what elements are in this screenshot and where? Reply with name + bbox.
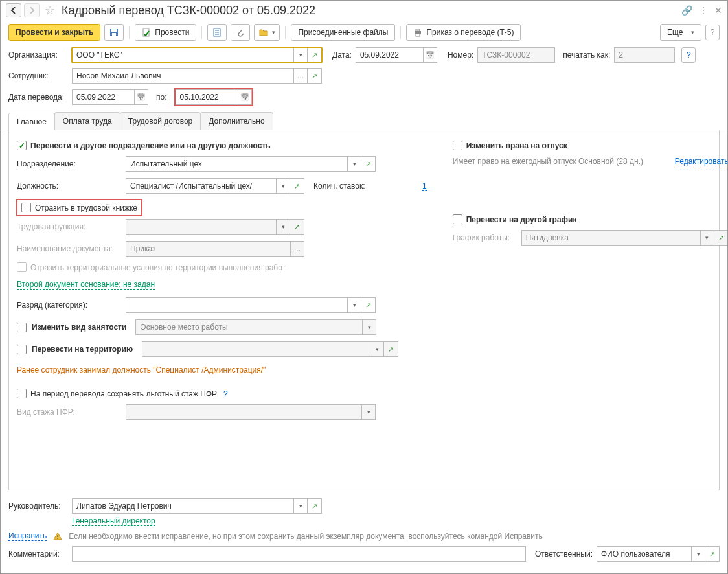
tab-extra[interactable]: Дополнительно: [200, 112, 273, 130]
transfer-checkbox[interactable]: [17, 141, 27, 150]
date-input[interactable]: 05.09.2022: [356, 47, 423, 63]
org-open-button[interactable]: [308, 47, 322, 63]
page-title: Кадровый перевод ТСЗК-000002 от 05.09.20…: [62, 4, 679, 17]
territory-checkbox: [17, 262, 27, 272]
transfer-date-cal-button[interactable]: [134, 89, 148, 105]
employee-open-button[interactable]: [308, 68, 322, 84]
territory-open: [384, 341, 398, 357]
attached-files-button[interactable]: Присоединенные файлы: [291, 24, 395, 41]
territory-input: [142, 341, 370, 357]
org-input[interactable]: ООО "ТЕКС": [72, 47, 293, 63]
rate-link[interactable]: 1: [422, 181, 427, 191]
svg-rect-10: [416, 34, 420, 36]
nav-back-button[interactable]: [6, 3, 21, 17]
change-schedule-checkbox[interactable]: [453, 214, 462, 224]
position-dropdown-button[interactable]: [276, 178, 290, 194]
save-button[interactable]: [104, 24, 124, 41]
print-as-help[interactable]: ?: [681, 47, 696, 63]
star-icon[interactable]: ☆: [45, 3, 55, 17]
employee-input[interactable]: Носов Михаил Львович: [72, 68, 293, 84]
warning-text: Если необходимо внести исправление, но п…: [69, 532, 543, 541]
responsible-open-button[interactable]: [705, 546, 720, 562]
number-input: ТСЗК-000002: [477, 47, 555, 63]
change-leave-label: Изменить права на отпуск: [466, 141, 567, 150]
folder-icon: [259, 28, 268, 37]
responsible-dropdown-button[interactable]: [691, 546, 705, 562]
workbook-label: Отразить в трудовой книжке: [35, 203, 137, 212]
help-button[interactable]: ?: [705, 25, 720, 40]
nav-forward-button[interactable]: [24, 3, 40, 17]
move-territory-checkbox[interactable]: [17, 345, 27, 354]
labor-func-input: [126, 219, 276, 235]
schedule-label: График работы:: [453, 233, 516, 242]
folder-button[interactable]: ▾: [254, 24, 280, 41]
kebab-menu-icon[interactable]: ⋮: [699, 5, 708, 16]
rank-input[interactable]: [126, 297, 347, 313]
close-icon[interactable]: ✕: [714, 5, 722, 16]
org-dropdown-button[interactable]: [293, 47, 308, 63]
rank-dropdown-button[interactable]: [347, 297, 361, 313]
schedule-input: Пятидневка: [521, 230, 700, 246]
employee-select-button[interactable]: [293, 68, 308, 84]
pfr-type-input: [126, 404, 361, 420]
move-territory-label: Перевести на территорию: [32, 345, 133, 354]
document-icon: [212, 28, 222, 37]
date-to-cal-button[interactable]: [238, 89, 252, 105]
change-employment-checkbox[interactable]: [17, 323, 27, 332]
date-cal-button[interactable]: [423, 47, 437, 63]
comment-label: Комментарий:: [8, 549, 68, 558]
responsible-label: Ответственный:: [535, 549, 593, 558]
leave-info: Имеет право на ежегодный отпуск Основной…: [453, 157, 662, 166]
org-label: Организация:: [8, 51, 68, 60]
rank-open-button[interactable]: [361, 297, 376, 313]
change-schedule-label: Перевести на другой график: [466, 215, 577, 224]
manager-input[interactable]: Липатов Эдуард Петрович: [72, 498, 293, 514]
print-icon: [413, 28, 422, 37]
post-and-close-button[interactable]: Провести и закрыть: [8, 24, 100, 41]
tab-contract[interactable]: Трудовой договор: [120, 112, 201, 130]
manager-open-button[interactable]: [308, 498, 322, 514]
rank-label: Разряд (категория):: [17, 301, 120, 310]
link-icon[interactable]: 🔗: [681, 5, 692, 16]
post-button[interactable]: Провести: [135, 24, 196, 41]
attach-button[interactable]: [231, 24, 250, 41]
fix-link[interactable]: Исправить: [8, 531, 47, 541]
manager-position-link[interactable]: Генеральный директор: [72, 516, 155, 526]
change-leave-checkbox[interactable]: [453, 141, 462, 150]
employment-type-input: Основное место работы: [135, 319, 362, 335]
employment-dropdown: [362, 319, 376, 335]
floppy-icon: [109, 28, 119, 37]
edit-link[interactable]: Редактировать: [675, 157, 728, 166]
date-to-input[interactable]: 05.10.2022: [176, 89, 238, 105]
comment-input[interactable]: [72, 546, 526, 562]
transfer-date-input[interactable]: 05.09.2022: [72, 89, 134, 105]
more-button[interactable]: Еще ▾: [660, 24, 701, 41]
position-input[interactable]: Специалист /Испытательный цех/: [126, 178, 276, 194]
manager-dropdown-button[interactable]: [293, 498, 308, 514]
doc-name-select: [290, 241, 304, 257]
print-order-button[interactable]: Приказ о переводе (Т-5): [406, 24, 521, 41]
subdiv-label: Подразделение:: [17, 159, 120, 168]
subdiv-input[interactable]: Испытательный цех: [126, 156, 347, 172]
doc-name-label: Наименование документа:: [17, 244, 120, 253]
position-open-button[interactable]: [290, 178, 304, 194]
pfr-type-dropdown: [361, 404, 376, 420]
pfr-type-label: Вид стажа ПФР:: [17, 408, 120, 417]
date-label: Дата:: [332, 51, 352, 60]
tab-main[interactable]: Главное: [8, 113, 55, 130]
second-doc-link[interactable]: Второй документ основание: не задан: [17, 280, 155, 290]
labor-func-label: Трудовая функция:: [17, 222, 120, 231]
change-employment-label: Изменить вид занятости: [32, 323, 126, 332]
document-button[interactable]: [207, 24, 227, 41]
pfr-help[interactable]: ?: [223, 389, 228, 398]
number-label: Номер:: [448, 51, 473, 60]
territory-label: Отразить территориальные условия по терр…: [30, 263, 286, 272]
labor-func-open: [290, 219, 304, 235]
subdiv-dropdown-button[interactable]: [347, 156, 361, 172]
pfr-checkbox[interactable]: [17, 389, 27, 398]
workbook-checkbox[interactable]: [21, 203, 31, 212]
responsible-input[interactable]: ФИО пользователя: [597, 546, 691, 562]
subdiv-open-button[interactable]: [361, 156, 376, 172]
territory-dropdown: [370, 341, 384, 357]
tab-payment[interactable]: Оплата труда: [54, 112, 120, 130]
